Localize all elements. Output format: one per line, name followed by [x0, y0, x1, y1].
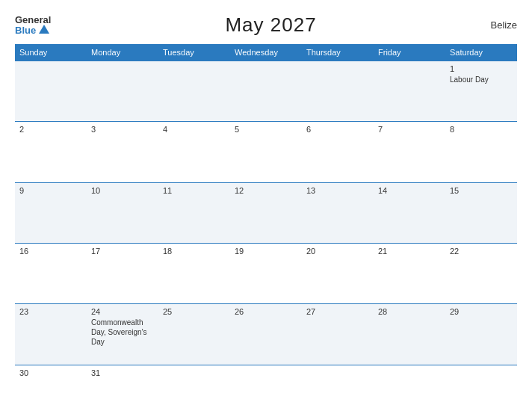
- table-row: 16: [15, 244, 87, 304]
- table-row: 25: [158, 304, 230, 365]
- day-number: 24: [91, 307, 154, 316]
- col-friday: Friday: [374, 44, 445, 61]
- table-row: 15: [445, 182, 517, 243]
- table-row: [158, 61, 230, 122]
- table-row: 18: [158, 244, 230, 304]
- col-thursday: Thursday: [302, 44, 374, 61]
- logo-general-text: General: [15, 15, 51, 25]
- table-row: 17: [87, 244, 158, 304]
- calendar-page: General Blue May 2027 Belize Sunday Mond…: [0, 0, 532, 411]
- day-number: 20: [306, 247, 369, 256]
- logo: General Blue: [15, 15, 51, 35]
- day-number: 10: [91, 186, 154, 195]
- day-number: 1: [450, 64, 513, 73]
- table-row: 1Labour Day: [445, 61, 517, 122]
- day-number: 27: [306, 307, 369, 316]
- day-number: 9: [19, 186, 82, 195]
- table-row: 4: [158, 122, 230, 182]
- table-row: 3: [87, 122, 158, 182]
- table-row: 21: [374, 244, 445, 304]
- calendar-table: Sunday Monday Tuesday Wednesday Thursday…: [15, 44, 517, 402]
- table-row: [230, 61, 302, 122]
- day-number: 14: [378, 186, 441, 195]
- day-number: 21: [378, 247, 441, 256]
- table-row: [302, 365, 374, 402]
- day-number: 30: [19, 368, 82, 377]
- day-number: 12: [235, 186, 297, 195]
- logo-triangle-icon: [39, 25, 49, 34]
- table-row: 10: [87, 182, 158, 243]
- holiday-label: Labour Day: [450, 75, 513, 84]
- day-number: 16: [19, 247, 82, 256]
- day-number: 5: [235, 125, 297, 134]
- day-number: 13: [306, 186, 369, 195]
- calendar-week-row: 16171819202122: [15, 244, 517, 304]
- table-row: 24Commonwealth Day, Sovereign's Day: [87, 304, 158, 365]
- col-saturday: Saturday: [445, 44, 517, 61]
- day-number: 26: [235, 307, 297, 316]
- table-row: [158, 365, 230, 402]
- day-number: 7: [378, 125, 441, 134]
- day-number: 31: [91, 368, 154, 377]
- day-number: 28: [378, 307, 441, 316]
- logo-blue-text: Blue: [15, 25, 36, 35]
- col-sunday: Sunday: [15, 44, 87, 61]
- day-number: 19: [235, 247, 297, 256]
- day-number: 17: [91, 247, 154, 256]
- col-wednesday: Wednesday: [230, 44, 302, 61]
- table-row: 11: [158, 182, 230, 243]
- table-row: 27: [302, 304, 374, 365]
- calendar-header-row: Sunday Monday Tuesday Wednesday Thursday…: [15, 44, 517, 61]
- table-row: 30: [15, 365, 87, 402]
- table-row: [374, 365, 445, 402]
- calendar-title: May 2027: [225, 13, 316, 37]
- day-number: 23: [19, 307, 82, 316]
- day-number: 25: [163, 307, 226, 316]
- table-row: 6: [302, 122, 374, 182]
- table-row: [87, 61, 158, 122]
- day-number: 6: [306, 125, 369, 134]
- day-number: 2: [19, 125, 82, 134]
- country-label: Belize: [491, 19, 517, 31]
- table-row: [374, 61, 445, 122]
- table-row: 31: [87, 365, 158, 402]
- table-row: 7: [374, 122, 445, 182]
- calendar-week-row: 3031: [15, 365, 517, 402]
- calendar-body: 1Labour Day23456789101112131415161718192…: [15, 61, 517, 403]
- table-row: 14: [374, 182, 445, 243]
- calendar-week-row: 1Labour Day: [15, 61, 517, 122]
- col-tuesday: Tuesday: [158, 44, 230, 61]
- table-row: 12: [230, 182, 302, 243]
- table-row: [445, 365, 517, 402]
- day-number: 11: [163, 186, 226, 195]
- table-row: 26: [230, 304, 302, 365]
- table-row: 22: [445, 244, 517, 304]
- table-row: 13: [302, 182, 374, 243]
- table-row: 9: [15, 182, 87, 243]
- day-number: 22: [450, 247, 513, 256]
- table-row: 23: [15, 304, 87, 365]
- table-row: 2: [15, 122, 87, 182]
- day-number: 29: [450, 307, 513, 316]
- table-row: [302, 61, 374, 122]
- day-number: 18: [163, 247, 226, 256]
- calendar-week-row: 2324Commonwealth Day, Sovereign's Day252…: [15, 304, 517, 365]
- day-number: 8: [450, 125, 513, 134]
- day-number: 4: [163, 125, 226, 134]
- table-row: 8: [445, 122, 517, 182]
- table-row: 19: [230, 244, 302, 304]
- table-row: [15, 61, 87, 122]
- table-row: 28: [374, 304, 445, 365]
- day-number: 15: [450, 186, 513, 195]
- calendar-header: General Blue May 2027 Belize: [15, 13, 517, 37]
- col-monday: Monday: [87, 44, 158, 61]
- holiday-label: Commonwealth Day, Sovereign's Day: [91, 318, 154, 347]
- table-row: 5: [230, 122, 302, 182]
- table-row: 20: [302, 244, 374, 304]
- table-row: 29: [445, 304, 517, 365]
- day-number: 3: [91, 125, 154, 134]
- calendar-week-row: 9101112131415: [15, 182, 517, 243]
- table-row: [230, 365, 302, 402]
- calendar-week-row: 2345678: [15, 122, 517, 182]
